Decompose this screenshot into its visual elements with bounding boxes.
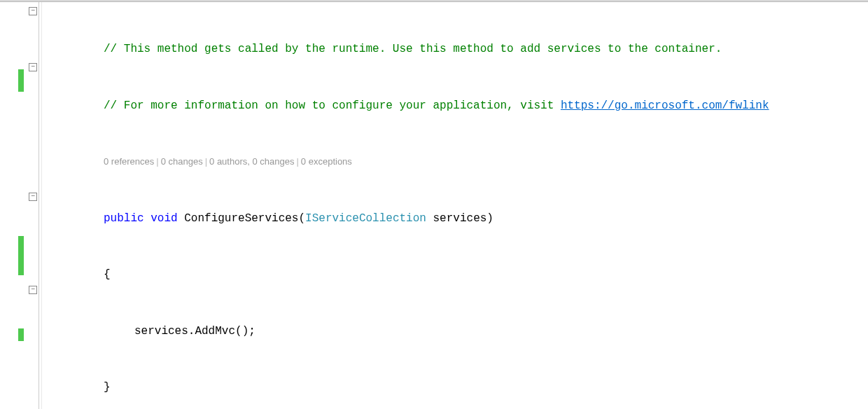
brace: {: [104, 268, 111, 281]
statement: services.AddMvc();: [134, 325, 255, 338]
punct: ): [486, 212, 493, 225]
code-line[interactable]: // This method gets called by the runtim…: [42, 40, 868, 59]
keyword: void: [150, 212, 177, 225]
code-line[interactable]: }: [42, 378, 868, 397]
comment-text: // For more information on how to config…: [104, 99, 561, 112]
code-line[interactable]: public void ConfigureServices(IServiceCo…: [42, 209, 868, 228]
codelens-changes[interactable]: 0 changes: [161, 156, 203, 167]
codelens-row[interactable]: 0 references|0 changes|0 authors, 0 chan…: [42, 153, 868, 172]
code-line[interactable]: {: [42, 265, 868, 284]
param-name: services: [433, 212, 487, 225]
comment-text: // This method gets called by the runtim…: [104, 43, 722, 55]
code-line[interactable]: services.AddMvc();: [42, 322, 868, 341]
keyword: public: [104, 212, 144, 225]
comment-link[interactable]: https://go.microsoft.com/fwlink: [561, 99, 769, 112]
brace: }: [104, 381, 111, 394]
code-line[interactable]: // For more information on how to config…: [42, 97, 868, 116]
fold-toggle[interactable]: −: [29, 7, 37, 15]
fold-toggle[interactable]: −: [29, 63, 37, 71]
codelens-authors[interactable]: 0 authors, 0 changes: [209, 156, 294, 167]
editor-gutter: − − − −: [0, 2, 42, 409]
codelens-exceptions[interactable]: 0 exceptions: [301, 156, 352, 167]
code-editor[interactable]: − − − − // This method gets called by th…: [0, 2, 868, 409]
fold-toggle[interactable]: −: [29, 286, 37, 294]
type-name: IServiceCollection: [305, 212, 426, 225]
punct: (: [298, 212, 305, 225]
codelens-references[interactable]: 0 references: [104, 156, 154, 167]
code-area[interactable]: // This method gets called by the runtim…: [42, 2, 868, 409]
fold-toggle[interactable]: −: [29, 193, 37, 201]
method-name: ConfigureServices: [184, 212, 298, 225]
